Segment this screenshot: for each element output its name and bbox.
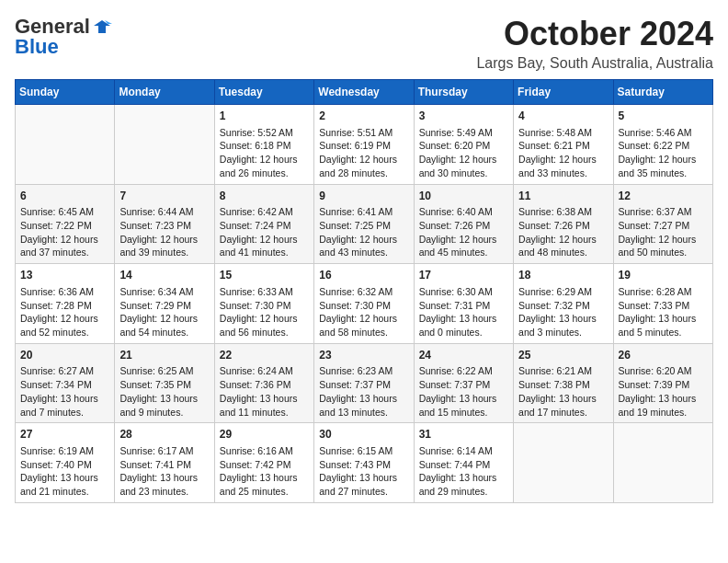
- cell-info: Sunrise: 6:45 AMSunset: 7:22 PMDaylight:…: [20, 205, 109, 259]
- cell-info: Sunrise: 5:51 AMSunset: 6:19 PMDaylight:…: [319, 126, 408, 180]
- day-header-thursday: Thursday: [414, 80, 513, 105]
- location-subtitle: Largs Bay, South Australia, Australia: [476, 55, 713, 72]
- cell-info: Sunrise: 6:32 AMSunset: 7:30 PMDaylight:…: [319, 285, 408, 339]
- cell-info: Sunrise: 6:21 AMSunset: 7:38 PMDaylight:…: [518, 364, 608, 419]
- calendar-cell: 12Sunrise: 6:37 AMSunset: 7:27 PMDayligh…: [613, 184, 712, 264]
- calendar-cell: 20Sunrise: 6:27 AMSunset: 7:34 PMDayligh…: [16, 343, 115, 423]
- day-header-sunday: Sunday: [16, 80, 115, 105]
- calendar-cell: [514, 423, 613, 503]
- day-number: 5: [619, 109, 708, 124]
- day-number: 27: [20, 427, 109, 442]
- day-number: 23: [319, 348, 408, 363]
- calendar-cell: 15Sunrise: 6:33 AMSunset: 7:30 PMDayligh…: [214, 264, 313, 344]
- day-number: 30: [319, 427, 408, 442]
- day-number: 26: [619, 348, 708, 363]
- calendar-cell: 6Sunrise: 6:45 AMSunset: 7:22 PMDaylight…: [16, 184, 115, 264]
- cell-info: Sunrise: 6:23 AMSunset: 7:37 PMDaylight:…: [319, 364, 408, 419]
- calendar-cell: 21Sunrise: 6:25 AMSunset: 7:35 PMDayligh…: [115, 343, 214, 423]
- calendar-cell: 31Sunrise: 6:14 AMSunset: 7:44 PMDayligh…: [414, 423, 513, 503]
- month-title: October 2024: [476, 15, 713, 53]
- cell-info: Sunrise: 6:29 AMSunset: 7:32 PMDaylight:…: [518, 285, 608, 339]
- cell-info: Sunrise: 5:48 AMSunset: 6:21 PMDaylight:…: [518, 126, 608, 180]
- day-number: 9: [319, 189, 408, 204]
- cell-info: Sunrise: 6:24 AMSunset: 7:36 PMDaylight:…: [220, 364, 309, 419]
- calendar-cell: 16Sunrise: 6:32 AMSunset: 7:30 PMDayligh…: [314, 264, 414, 344]
- day-header-saturday: Saturday: [613, 80, 712, 105]
- day-header-friday: Friday: [514, 80, 613, 105]
- title-section: October 2024 Largs Bay, South Australia,…: [476, 15, 713, 72]
- day-number: 3: [419, 109, 508, 124]
- calendar-cell: 2Sunrise: 5:51 AMSunset: 6:19 PMDaylight…: [314, 105, 414, 185]
- cell-info: Sunrise: 6:41 AMSunset: 7:25 PMDaylight:…: [319, 205, 408, 259]
- calendar-cell: [16, 105, 115, 185]
- day-number: 11: [518, 189, 608, 204]
- cell-info: Sunrise: 5:49 AMSunset: 6:20 PMDaylight:…: [419, 126, 508, 180]
- day-number: 7: [119, 189, 209, 204]
- day-number: 21: [119, 348, 209, 363]
- cell-info: Sunrise: 6:27 AMSunset: 7:34 PMDaylight:…: [20, 364, 109, 419]
- cell-info: Sunrise: 6:40 AMSunset: 7:26 PMDaylight:…: [419, 205, 508, 259]
- day-number: 6: [20, 189, 109, 204]
- day-number: 31: [419, 427, 508, 442]
- calendar-cell: 13Sunrise: 6:36 AMSunset: 7:28 PMDayligh…: [16, 264, 115, 344]
- cell-info: Sunrise: 6:17 AMSunset: 7:41 PMDaylight:…: [119, 444, 209, 499]
- logo: General Blue: [15, 15, 112, 59]
- cell-info: Sunrise: 6:34 AMSunset: 7:29 PMDaylight:…: [119, 285, 209, 339]
- day-number: 15: [220, 268, 309, 283]
- calendar-cell: 28Sunrise: 6:17 AMSunset: 7:41 PMDayligh…: [115, 423, 214, 503]
- day-header-tuesday: Tuesday: [214, 80, 313, 105]
- calendar-cell: [115, 105, 214, 185]
- day-number: 24: [419, 348, 508, 363]
- day-number: 22: [220, 348, 309, 363]
- logo-blue: Blue: [15, 35, 59, 59]
- calendar-cell: 27Sunrise: 6:19 AMSunset: 7:40 PMDayligh…: [16, 423, 115, 503]
- calendar-cell: 8Sunrise: 6:42 AMSunset: 7:24 PMDaylight…: [214, 184, 313, 264]
- day-number: 28: [119, 427, 209, 442]
- calendar-cell: 30Sunrise: 6:15 AMSunset: 7:43 PMDayligh…: [314, 423, 414, 503]
- day-number: 12: [619, 189, 708, 204]
- calendar-week-row: 1Sunrise: 5:52 AMSunset: 6:18 PMDaylight…: [16, 105, 713, 185]
- day-number: 14: [119, 268, 209, 283]
- calendar-cell: 5Sunrise: 5:46 AMSunset: 6:22 PMDaylight…: [613, 105, 712, 185]
- cell-info: Sunrise: 6:36 AMSunset: 7:28 PMDaylight:…: [20, 285, 109, 339]
- day-number: 18: [518, 268, 608, 283]
- day-header-wednesday: Wednesday: [314, 80, 414, 105]
- calendar-cell: 7Sunrise: 6:44 AMSunset: 7:23 PMDaylight…: [115, 184, 214, 264]
- calendar-cell: 19Sunrise: 6:28 AMSunset: 7:33 PMDayligh…: [613, 264, 712, 344]
- day-number: 25: [518, 348, 608, 363]
- calendar-cell: 14Sunrise: 6:34 AMSunset: 7:29 PMDayligh…: [115, 264, 214, 344]
- day-number: 13: [20, 268, 109, 283]
- cell-info: Sunrise: 6:42 AMSunset: 7:24 PMDaylight:…: [220, 205, 309, 259]
- calendar-cell: [613, 423, 712, 503]
- day-number: 8: [220, 189, 309, 204]
- logo-bird-icon: [92, 17, 112, 37]
- calendar-cell: 22Sunrise: 6:24 AMSunset: 7:36 PMDayligh…: [214, 343, 313, 423]
- calendar-cell: 25Sunrise: 6:21 AMSunset: 7:38 PMDayligh…: [514, 343, 613, 423]
- calendar-week-row: 6Sunrise: 6:45 AMSunset: 7:22 PMDaylight…: [16, 184, 713, 264]
- calendar-cell: 29Sunrise: 6:16 AMSunset: 7:42 PMDayligh…: [214, 423, 313, 503]
- calendar-table: SundayMondayTuesdayWednesdayThursdayFrid…: [15, 79, 713, 503]
- cell-info: Sunrise: 6:16 AMSunset: 7:42 PMDaylight:…: [220, 444, 309, 499]
- day-number: 29: [220, 427, 309, 442]
- cell-info: Sunrise: 6:44 AMSunset: 7:23 PMDaylight:…: [119, 205, 209, 259]
- cell-info: Sunrise: 6:14 AMSunset: 7:44 PMDaylight:…: [419, 444, 508, 499]
- day-number: 2: [319, 109, 408, 124]
- day-number: 16: [319, 268, 408, 283]
- calendar-header-row: SundayMondayTuesdayWednesdayThursdayFrid…: [16, 80, 713, 105]
- cell-info: Sunrise: 5:46 AMSunset: 6:22 PMDaylight:…: [619, 126, 708, 180]
- calendar-cell: 11Sunrise: 6:38 AMSunset: 7:26 PMDayligh…: [514, 184, 613, 264]
- calendar-cell: 23Sunrise: 6:23 AMSunset: 7:37 PMDayligh…: [314, 343, 414, 423]
- calendar-week-row: 13Sunrise: 6:36 AMSunset: 7:28 PMDayligh…: [16, 264, 713, 344]
- calendar-cell: 17Sunrise: 6:30 AMSunset: 7:31 PMDayligh…: [414, 264, 513, 344]
- day-number: 4: [518, 109, 608, 124]
- day-number: 19: [619, 268, 708, 283]
- calendar-cell: 18Sunrise: 6:29 AMSunset: 7:32 PMDayligh…: [514, 264, 613, 344]
- day-number: 1: [220, 109, 309, 124]
- calendar-week-row: 20Sunrise: 6:27 AMSunset: 7:34 PMDayligh…: [16, 343, 713, 423]
- calendar-week-row: 27Sunrise: 6:19 AMSunset: 7:40 PMDayligh…: [16, 423, 713, 503]
- calendar-cell: 1Sunrise: 5:52 AMSunset: 6:18 PMDaylight…: [214, 105, 313, 185]
- day-header-monday: Monday: [115, 80, 214, 105]
- page-header: General Blue October 2024 Largs Bay, Sou…: [15, 15, 713, 72]
- calendar-cell: 3Sunrise: 5:49 AMSunset: 6:20 PMDaylight…: [414, 105, 513, 185]
- calendar-cell: 10Sunrise: 6:40 AMSunset: 7:26 PMDayligh…: [414, 184, 513, 264]
